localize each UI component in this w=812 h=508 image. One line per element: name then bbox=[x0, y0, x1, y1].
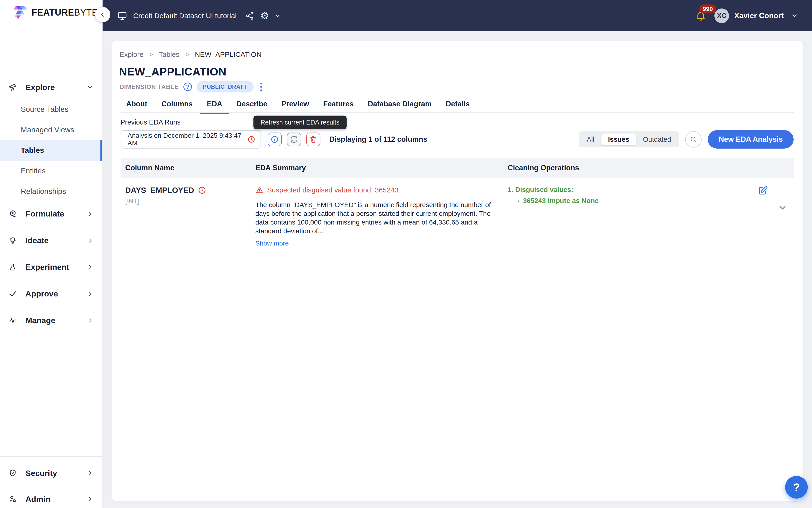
breadcrumb-separator: > bbox=[185, 50, 189, 58]
previous-eda-runs-label: Previous EDA Runs bbox=[121, 118, 181, 126]
main-content-card: Explore > Tables > NEW_APPLICATION NEW_A… bbox=[112, 41, 803, 501]
breadcrumb: Explore > Tables > NEW_APPLICATION bbox=[120, 50, 262, 58]
column-name-header: Column Name bbox=[121, 164, 255, 172]
user-menu-chevron-icon[interactable] bbox=[791, 12, 798, 19]
tab-database-diagram[interactable]: Database Diagram bbox=[368, 96, 432, 112]
status-badge: PUBLIC_DRAFT bbox=[197, 81, 254, 92]
cleaning-operation-text: 365243 impute as None bbox=[523, 197, 599, 205]
user-name: Xavier Conort bbox=[734, 11, 784, 20]
chevron-down-icon bbox=[87, 84, 94, 91]
tab-columns[interactable]: Columns bbox=[162, 96, 193, 112]
table-type-label: DIMENSION TABLE bbox=[120, 83, 179, 91]
notifications-button[interactable]: 990 bbox=[695, 10, 706, 22]
sidebar-item-experiment[interactable]: Experiment bbox=[0, 254, 102, 281]
table-row: DAYS_EMPLOYED [INT] Suspected disguised … bbox=[121, 179, 794, 247]
tab-details[interactable]: Details bbox=[446, 96, 470, 112]
sidebar-item-managed-views[interactable]: Managed Views bbox=[0, 120, 102, 140]
chevron-right-icon bbox=[87, 317, 94, 324]
chevron-right-icon bbox=[87, 291, 94, 297]
filter-issues[interactable]: Issues bbox=[601, 133, 636, 146]
monitor-icon bbox=[117, 11, 128, 21]
sidebar-subitem-label: Managed Views bbox=[21, 125, 74, 134]
sidebar-item-admin[interactable]: Admin bbox=[0, 486, 102, 508]
sidebar-item-source-tables[interactable]: Source Tables bbox=[0, 99, 102, 120]
tab-bar-divider bbox=[121, 112, 794, 113]
share-icon[interactable] bbox=[245, 11, 254, 20]
displaying-columns-text: Displaying 1 of 112 columns bbox=[329, 135, 427, 143]
activity-icon bbox=[8, 316, 17, 325]
table-meta-row: DIMENSION TABLE ? PUBLIC_DRAFT bbox=[120, 81, 264, 92]
telescope-icon bbox=[8, 83, 17, 91]
eda-refresh-button[interactable] bbox=[287, 132, 301, 146]
cleaning-operation-item: ◦ 365243 impute as None bbox=[517, 197, 794, 205]
breadcrumb-separator: > bbox=[149, 50, 153, 58]
sidebar-item-explore[interactable]: Explore bbox=[0, 76, 102, 99]
sidebar-item-security[interactable]: Security bbox=[0, 460, 102, 486]
featurebyte-logo[interactable]: FEATUREBYTE bbox=[13, 6, 98, 19]
tab-about[interactable]: About bbox=[126, 96, 147, 112]
refresh-icon bbox=[290, 135, 298, 143]
breadcrumb-current: NEW_APPLICATION bbox=[195, 50, 262, 58]
sidebar-collapse-button[interactable] bbox=[95, 7, 110, 23]
chevron-down-icon[interactable] bbox=[274, 12, 281, 19]
eda-run-select-value: Analysis on December 1, 2025 9:43:47 AM bbox=[128, 132, 247, 147]
sidebar-item-approve[interactable]: Approve bbox=[0, 281, 102, 307]
edit-pencil-icon bbox=[758, 185, 768, 196]
filter-outdated[interactable]: Outdated bbox=[636, 133, 678, 146]
search-button[interactable] bbox=[685, 131, 702, 147]
kebab-menu-icon[interactable] bbox=[258, 82, 264, 92]
show-more-link[interactable]: Show more bbox=[255, 240, 289, 247]
sidebar-item-ideate[interactable]: Ideate bbox=[0, 227, 102, 254]
tab-eda[interactable]: EDA bbox=[207, 96, 222, 112]
eda-summary-cell: Suspected disguised value found: 365243.… bbox=[255, 186, 508, 247]
featurebyte-logo-icon bbox=[13, 6, 28, 19]
warning-text: Suspected disguised value found: 365243. bbox=[267, 186, 400, 194]
tab-features[interactable]: Features bbox=[323, 96, 354, 112]
eda-delete-button[interactable] bbox=[306, 132, 320, 146]
chevron-right-icon bbox=[87, 211, 94, 217]
chevron-right-icon bbox=[87, 496, 94, 502]
clock-icon bbox=[247, 135, 255, 143]
avatar[interactable]: XC bbox=[714, 8, 729, 23]
sidebar-item-label: Explore bbox=[26, 83, 78, 92]
tab-describe[interactable]: Describe bbox=[236, 96, 267, 112]
tab-bar: About Columns EDA Describe Preview Featu… bbox=[126, 96, 470, 112]
flask-icon bbox=[8, 263, 17, 271]
breadcrumb-tables[interactable]: Tables bbox=[159, 50, 179, 58]
sidebar-item-relationships[interactable]: Relationships bbox=[0, 181, 102, 202]
sidebar-item-manage[interactable]: Manage bbox=[0, 307, 102, 334]
brain-gear-icon bbox=[8, 210, 17, 218]
sidebar-subitem-label: Entities bbox=[21, 167, 46, 175]
gear-icon[interactable]: ⚙ bbox=[260, 11, 269, 21]
sidebar-item-tables[interactable]: Tables bbox=[0, 140, 102, 161]
filter-all[interactable]: All bbox=[580, 133, 601, 146]
eda-summary-header: EDA Summary bbox=[255, 164, 508, 172]
breadcrumb-explore[interactable]: Explore bbox=[120, 50, 144, 58]
edit-cleaning-button[interactable] bbox=[758, 185, 768, 196]
info-icon bbox=[270, 135, 279, 143]
search-icon bbox=[689, 135, 697, 143]
trash-icon bbox=[309, 135, 318, 143]
sidebar: FEATUREBYTE Explore Source Tables Manage… bbox=[0, 0, 102, 508]
column-type: [INT] bbox=[121, 198, 255, 205]
eda-run-select[interactable]: Analysis on December 1, 2025 9:43:47 AM bbox=[121, 130, 261, 149]
sidebar-item-label: Manage bbox=[26, 316, 79, 325]
new-eda-analysis-button[interactable]: New EDA Analysis bbox=[708, 130, 794, 149]
project-title[interactable]: Credit Default Dataset UI tutorial bbox=[133, 12, 237, 20]
sidebar-item-entities[interactable]: Entities bbox=[0, 161, 102, 181]
sidebar-item-label: Admin bbox=[26, 495, 79, 504]
help-circle-icon[interactable]: ? bbox=[183, 83, 192, 91]
lightbulb-icon bbox=[8, 236, 17, 245]
sidebar-item-formulate[interactable]: Formulate bbox=[0, 201, 102, 227]
tab-preview[interactable]: Preview bbox=[281, 96, 309, 112]
chevron-right-icon bbox=[87, 264, 94, 270]
expand-row-chevron[interactable] bbox=[777, 203, 787, 213]
help-button[interactable]: ? bbox=[785, 476, 808, 499]
eda-info-button[interactable] bbox=[268, 132, 282, 146]
eda-filter-segmented-control: All Issues Outdated bbox=[579, 131, 679, 147]
column-name: DAYS_EMPLOYED bbox=[125, 186, 194, 195]
sidebar-item-label: Approve bbox=[26, 289, 79, 298]
sidebar-item-label: Formulate bbox=[26, 209, 79, 218]
featurebyte-wordmark: FEATUREBYTE bbox=[32, 7, 98, 18]
bullet-icon: ◦ bbox=[517, 197, 520, 205]
